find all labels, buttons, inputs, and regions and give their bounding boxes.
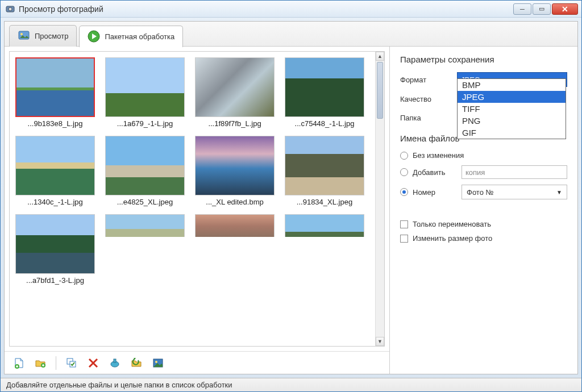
folder-label: Папка xyxy=(400,114,451,122)
tab-batch-label: Пакетная обработка xyxy=(105,32,174,41)
vertical-scrollbar[interactable]: ▲ ▼ xyxy=(375,52,384,346)
thumbnail[interactable]: ...9b183e8_L.jpg xyxy=(15,57,95,128)
maximize-button[interactable]: ▭ xyxy=(533,3,551,15)
tab-view[interactable]: Просмотр xyxy=(9,25,77,47)
thumbnail-image xyxy=(15,57,95,117)
thumbnail-image xyxy=(15,214,95,274)
thumbnail-image xyxy=(105,57,185,117)
thumbnail[interactable]: ...e4825_XL.jpeg xyxy=(105,136,185,206)
number-label: Номер xyxy=(413,188,457,197)
thumbnail[interactable]: ...a7bfd1_-3-L.jpg xyxy=(15,214,95,285)
format-option[interactable]: PNG xyxy=(458,115,566,127)
thumbnail[interactable]: ...1f89f7fb_L.jpg xyxy=(195,57,275,128)
thumbnail-image xyxy=(195,214,275,237)
no-change-row: Без изменения xyxy=(400,151,567,160)
content-area: Просмотр Пакетная обработка ...9b183e8_L… xyxy=(4,21,578,374)
select-all-icon[interactable] xyxy=(65,357,78,369)
format-option[interactable]: BMP xyxy=(458,79,566,91)
thumbnail-image xyxy=(105,136,185,195)
play-icon xyxy=(88,30,100,43)
window-controls: ─ ▭ ✕ xyxy=(513,3,578,15)
thumbnails-scroll: ...9b183e8_L.jpg...1a679_-1-L.jpg...1f89… xyxy=(9,51,385,347)
number-row: Номер Фото № ▼ xyxy=(400,185,567,199)
minimize-button[interactable]: ─ xyxy=(513,3,531,15)
photo-icon xyxy=(18,30,30,42)
remove-icon[interactable] xyxy=(87,357,99,369)
format-label: Формат xyxy=(400,76,451,84)
save-params-title: Параметры сохранения xyxy=(400,55,567,64)
thumbnails-grid: ...9b183e8_L.jpg...1a679_-1-L.jpg...1f89… xyxy=(10,52,384,290)
side-panel: Параметры сохранения Формат JPEG ▼ BMPJP… xyxy=(390,47,577,374)
thumbnail[interactable]: ...91834_XL.jpeg xyxy=(285,136,364,206)
rename-only-label: Только переименовать xyxy=(413,220,491,228)
thumbnails-pane: ...9b183e8_L.jpg...1a679_-1-L.jpg...1f89… xyxy=(5,47,390,374)
add-folder-icon[interactable] xyxy=(34,357,47,369)
tab-batch[interactable]: Пакетная обработка xyxy=(79,26,183,47)
tab-view-label: Просмотр xyxy=(35,32,68,40)
thumbnail[interactable]: ...1a679_-1-L.jpg xyxy=(105,57,185,128)
status-text: Добавляйте отдельные файлы и целые папки… xyxy=(6,381,232,389)
add-suffix-input[interactable]: копия xyxy=(462,165,567,179)
close-button[interactable]: ✕ xyxy=(552,3,578,15)
toolbar-separator xyxy=(56,356,56,370)
statusbar: Добавляйте отдельные файлы и целые папки… xyxy=(1,378,581,391)
resize-checkbox[interactable] xyxy=(400,235,408,243)
thumbnail-label: ...9b183e8_L.jpg xyxy=(15,119,95,128)
window-title: Просмотр фотографий xyxy=(19,5,513,14)
thumbnail[interactable] xyxy=(285,214,364,285)
thumbnail[interactable]: ...1340c_-1-L.jpg xyxy=(15,136,95,206)
format-option[interactable]: JPEG xyxy=(458,91,566,103)
application-window: Просмотр фотографий ─ ▭ ✕ Просмотр Пакет… xyxy=(0,0,582,392)
svg-point-3 xyxy=(20,33,23,35)
format-option[interactable]: TIFF xyxy=(458,103,566,115)
thumbnail[interactable] xyxy=(195,214,275,285)
thumbnail-image xyxy=(195,57,275,117)
scroll-down-button[interactable]: ▼ xyxy=(376,337,384,346)
thumbnail[interactable]: ..._XL edited.bmp xyxy=(195,136,275,206)
thumbnail-label: ...a7bfd1_-3-L.jpg xyxy=(15,276,95,285)
resize-label: Изменить размер фото xyxy=(413,234,492,243)
chevron-down-icon: ▼ xyxy=(556,189,562,195)
number-value: Фото № xyxy=(467,188,493,197)
thumbnail-label: ..._XL edited.bmp xyxy=(195,198,275,206)
thumbnail-label: ...e4825_XL.jpeg xyxy=(105,198,185,206)
add-radio[interactable] xyxy=(400,168,408,176)
format-dropdown: BMPJPEGTIFFPNGGIF xyxy=(457,78,566,139)
rename-only-checkbox[interactable] xyxy=(400,220,408,228)
thumbnail[interactable]: ...c75448_-1-L.jpg xyxy=(285,57,364,128)
svg-rect-10 xyxy=(114,359,116,362)
thumbnail-image xyxy=(105,214,185,237)
svg-point-1 xyxy=(9,7,12,11)
app-icon xyxy=(5,4,15,14)
thumbnail-label: ...1a679_-1-L.jpg xyxy=(105,119,185,128)
thumbnail-image xyxy=(15,136,95,195)
scroll-up-button[interactable]: ▲ xyxy=(376,52,384,61)
thumbnail[interactable] xyxy=(105,214,185,285)
titlebar: Просмотр фотографий ─ ▭ ✕ xyxy=(1,1,581,18)
edit-image-icon[interactable] xyxy=(152,357,164,369)
format-option[interactable]: GIF xyxy=(458,127,566,139)
thumbnail-image xyxy=(285,136,364,195)
thumbnail-image xyxy=(285,57,364,117)
thumbnail-label: ...91834_XL.jpeg xyxy=(285,198,364,206)
add-file-icon[interactable] xyxy=(13,357,25,369)
rotate-icon[interactable] xyxy=(130,357,143,369)
no-change-radio[interactable] xyxy=(400,152,408,160)
thumbnail-label: ...c75448_-1-L.jpg xyxy=(285,119,364,128)
resize-row: Изменить размер фото xyxy=(400,234,567,243)
number-radio[interactable] xyxy=(400,188,408,196)
no-change-label: Без изменения xyxy=(413,151,464,160)
thumbnail-label: ...1340c_-1-L.jpg xyxy=(15,198,95,206)
scrollbar-thumb[interactable] xyxy=(377,62,383,119)
add-label: Добавить xyxy=(413,168,457,177)
svg-point-12 xyxy=(155,361,157,363)
bottom-toolbar xyxy=(5,351,389,374)
add-row: Добавить копия xyxy=(400,165,567,179)
rename-only-row: Только переименовать xyxy=(400,220,567,228)
clear-icon[interactable] xyxy=(109,357,121,369)
quality-label: Качество xyxy=(400,95,451,103)
tabs: Просмотр Пакетная обработка xyxy=(5,22,577,47)
thumbnail-label: ...1f89f7fb_L.jpg xyxy=(195,119,275,128)
thumbnail-image xyxy=(195,136,275,195)
number-combo[interactable]: Фото № ▼ xyxy=(462,185,567,199)
